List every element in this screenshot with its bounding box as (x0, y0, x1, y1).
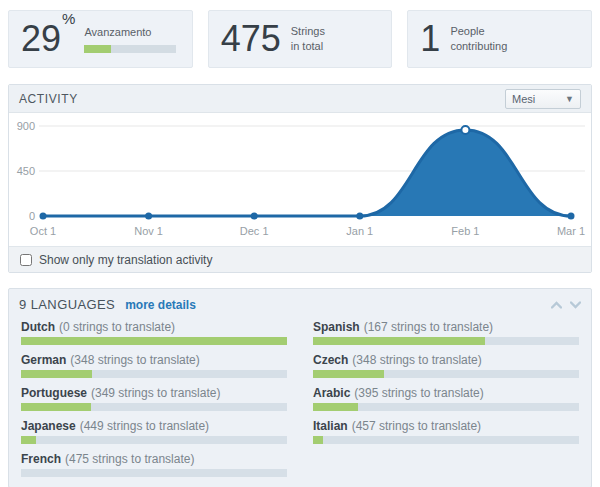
activity-footer: Show only my translation activity (9, 246, 591, 272)
data-point-dot[interactable] (40, 213, 47, 220)
language-strings-count: (349 strings to translate) (91, 386, 220, 400)
strings-total-card: 475 Strings in total (208, 10, 393, 68)
languages-panel-header: 9 LANGUAGES more details (9, 289, 591, 317)
language-strings-count: (348 strings to translate) (352, 353, 481, 367)
show-my-activity-label[interactable]: Show only my translation activity (39, 253, 212, 267)
language-progress-bar (313, 436, 579, 444)
activity-title: ACTIVITY (19, 92, 78, 106)
language-row[interactable]: Spanish(167 strings to translate) (313, 320, 579, 345)
language-name: Czech (313, 353, 348, 367)
language-strings-count: (475 strings to translate) (65, 452, 194, 466)
activity-panel-header: ACTIVITY Mesi ▼ (9, 85, 591, 113)
percent-sign: % (62, 10, 75, 27)
languages-panel: 9 LANGUAGES more details Dutch(0 strings… (8, 288, 592, 487)
language-progress-fill (313, 436, 323, 444)
x-axis-label: Dec 1 (240, 225, 269, 237)
data-point-dot[interactable] (568, 213, 575, 220)
data-point-dot[interactable] (356, 213, 363, 220)
language-progress-bar (313, 370, 579, 378)
people-contributing-card: 1 People contributing (407, 10, 592, 68)
language-strings-count: (395 strings to translate) (354, 386, 483, 400)
x-axis-label: Jan 1 (346, 225, 373, 237)
language-strings-count: (449 strings to translate) (80, 419, 209, 433)
language-progress-bar (21, 436, 287, 444)
language-row[interactable]: Portuguese(349 strings to translate) (21, 386, 287, 411)
language-label: Dutch(0 strings to translate) (21, 320, 287, 334)
x-axis-label: Feb 1 (451, 225, 479, 237)
y-axis-label: 0 (29, 210, 35, 222)
x-axis-label: Mar 1 (557, 225, 585, 237)
language-progress-fill (313, 337, 485, 345)
language-strings-count: (457 strings to translate) (352, 419, 481, 433)
language-label: Italian(457 strings to translate) (313, 419, 579, 433)
activity-area-fill (43, 130, 571, 216)
language-progress-bar (21, 403, 287, 411)
language-label: Portuguese(349 strings to translate) (21, 386, 287, 400)
y-axis-label: 450 (17, 165, 35, 177)
language-name: German (21, 353, 66, 367)
language-row[interactable]: French(475 strings to translate) (21, 452, 287, 477)
language-name: French (21, 452, 61, 466)
language-name: Spanish (313, 320, 360, 334)
languages-list: Dutch(0 strings to translate)Spanish(167… (9, 317, 591, 487)
people-contributing-value: 1 (420, 21, 440, 57)
language-progress-fill (313, 370, 384, 378)
strings-total-value: 475 (221, 21, 281, 57)
language-row[interactable]: Italian(457 strings to translate) (313, 419, 579, 444)
period-select-value: Mesi (512, 93, 535, 105)
language-progress-fill (21, 403, 91, 411)
strings-total-label-line2: in total (291, 39, 325, 54)
progress-card: 29% Avanzamento (8, 10, 193, 68)
strings-total-label-line1: Strings (291, 24, 325, 39)
activity-chart-area: 0450900Oct 1Nov 1Dec 1Jan 1Feb 1Mar 1 (9, 113, 591, 246)
language-row[interactable]: Dutch(0 strings to translate) (21, 320, 287, 345)
language-label: Japanese(449 strings to translate) (21, 419, 287, 433)
language-name: Dutch (21, 320, 55, 334)
activity-panel: ACTIVITY Mesi ▼ 0450900Oct 1Nov 1Dec 1Ja… (8, 84, 592, 273)
language-name: Japanese (21, 419, 76, 433)
languages-title: 9 LANGUAGES (19, 297, 115, 312)
language-label: German(348 strings to translate) (21, 353, 287, 367)
stats-row: 29% Avanzamento 475 Strings in total 1 P… (8, 10, 592, 68)
language-row[interactable]: German(348 strings to translate) (21, 353, 287, 378)
language-progress-bar (21, 337, 287, 345)
language-label: French(475 strings to translate) (21, 452, 287, 466)
chevron-down-icon: ▼ (565, 94, 574, 104)
people-label-line2: contributing (450, 39, 507, 54)
language-progress-fill (313, 403, 358, 411)
show-my-activity-checkbox[interactable] (20, 254, 32, 266)
y-axis-label: 900 (17, 120, 35, 132)
language-label: Spanish(167 strings to translate) (313, 320, 579, 334)
data-point-dot-peak[interactable] (461, 126, 469, 134)
more-details-link[interactable]: more details (125, 298, 196, 312)
period-select[interactable]: Mesi ▼ (505, 89, 581, 109)
language-progress-bar (313, 337, 579, 345)
x-axis-label: Oct 1 (30, 225, 56, 237)
language-label: Arabic(395 strings to translate) (313, 386, 579, 400)
overall-progress-bar (84, 45, 176, 53)
language-label: Czech(348 strings to translate) (313, 353, 579, 367)
activity-chart: 0450900Oct 1Nov 1Dec 1Jan 1Feb 1Mar 1 (9, 113, 591, 246)
data-point-dot[interactable] (251, 213, 258, 220)
language-name: Italian (313, 419, 348, 433)
language-progress-bar (313, 403, 579, 411)
language-strings-count: (167 strings to translate) (364, 320, 493, 334)
x-axis-label: Nov 1 (134, 225, 163, 237)
language-progress-bar (21, 469, 287, 477)
dashboard: 29% Avanzamento 475 Strings in total 1 P… (8, 10, 592, 487)
people-label-line1: People (450, 24, 507, 39)
overall-progress-fill (84, 45, 111, 53)
language-progress-fill (21, 436, 36, 444)
collapse-up-icon[interactable] (551, 301, 562, 309)
language-row[interactable]: Czech(348 strings to translate) (313, 353, 579, 378)
language-row[interactable]: Japanese(449 strings to translate) (21, 419, 287, 444)
language-name: Arabic (313, 386, 350, 400)
collapse-down-icon[interactable] (570, 301, 581, 309)
language-progress-bar (21, 370, 287, 378)
data-point-dot[interactable] (145, 213, 152, 220)
language-name: Portuguese (21, 386, 87, 400)
language-strings-count: (348 strings to translate) (70, 353, 199, 367)
progress-label: Avanzamento (84, 25, 176, 40)
language-row[interactable]: Arabic(395 strings to translate) (313, 386, 579, 411)
panel-reorder-controls (551, 301, 581, 309)
